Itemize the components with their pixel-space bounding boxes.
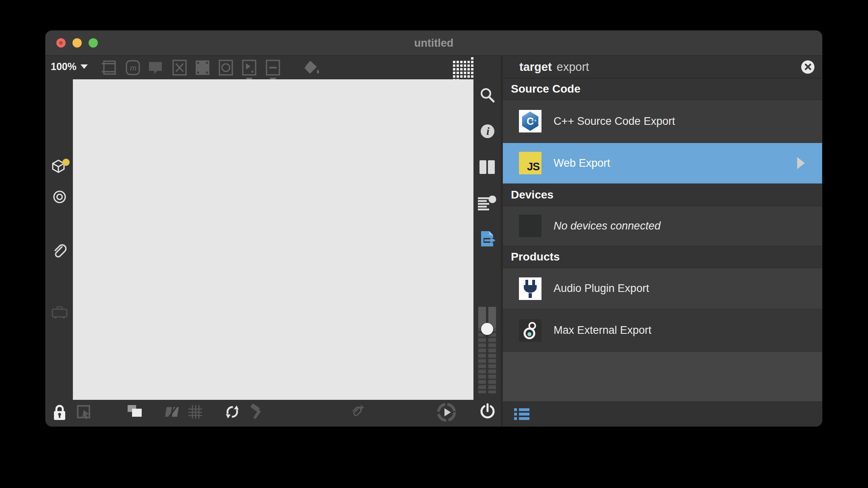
number-box-icon[interactable]	[264, 58, 282, 77]
search-icon[interactable]	[479, 87, 496, 104]
max-external-icon	[519, 319, 541, 342]
comment-icon[interactable]	[146, 58, 165, 77]
device-placeholder-icon	[519, 215, 541, 237]
toggle-icon[interactable]	[170, 58, 189, 77]
button-icon[interactable]	[217, 58, 235, 77]
close-panel-button[interactable]	[801, 60, 814, 74]
object-browser-cube-icon[interactable]	[51, 159, 70, 176]
list-item-no-devices: No devices connected	[503, 206, 822, 246]
export-sidebar-panel: target export Source Code C ++ C++ Sourc…	[503, 56, 822, 426]
amp-case-icon[interactable]	[51, 306, 68, 320]
run-play-icon[interactable]	[436, 402, 457, 423]
hammer-icon[interactable]	[248, 403, 265, 421]
disclosure-arrow-icon[interactable]	[797, 157, 805, 169]
lock-icon[interactable]	[53, 403, 66, 421]
split-view-icon[interactable]	[479, 160, 496, 175]
power-audio-icon[interactable]	[479, 403, 496, 421]
list-item-label: Audio Plugin Export	[554, 282, 649, 295]
list-item-web-export[interactable]: JS Web Export	[503, 143, 822, 184]
section-header-devices: Devices	[503, 184, 822, 206]
patcher-canvas[interactable]	[73, 79, 473, 400]
gain-meter-slider[interactable]	[478, 307, 496, 393]
object-box-icon[interactable]	[100, 58, 119, 77]
section-header-label: Source Code	[511, 83, 581, 95]
message-box-icon[interactable]: m	[124, 58, 142, 77]
svg-text:i: i	[486, 125, 490, 137]
reload-icon[interactable]	[224, 403, 241, 421]
panel-icon[interactable]	[193, 58, 212, 77]
panel-bottom-bar	[503, 401, 822, 426]
list-item-cpp-export[interactable]: C ++ C++ Source Code Export	[503, 100, 822, 143]
list-item-label: Max External Export	[554, 324, 651, 337]
snippets-ring-icon[interactable]	[52, 190, 67, 204]
list-item-audio-plugin-export[interactable]: Audio Plugin Export	[503, 268, 822, 309]
object-palette-grid-icon[interactable]	[453, 57, 473, 82]
list-item-label: No devices connected	[554, 220, 661, 232]
search-term-target: target	[519, 60, 552, 74]
info-icon[interactable]: i	[479, 123, 496, 139]
list-item-max-external-export[interactable]: Max External Export	[503, 309, 822, 352]
section-header-products: Products	[503, 246, 822, 268]
gain-knob[interactable]	[481, 323, 493, 335]
notification-dot	[62, 159, 70, 166]
bring-to-front-icon[interactable]	[127, 404, 144, 420]
export-panel-icon[interactable]	[479, 230, 497, 248]
cpp-logo-icon: C ++	[519, 110, 541, 132]
badge-dot	[489, 196, 496, 203]
attach-file-plus-icon[interactable]	[349, 403, 367, 421]
js-logo-icon: JS	[519, 152, 541, 174]
titlebar: untitled	[45, 31, 822, 56]
section-header-label: Products	[511, 250, 560, 263]
zoom-level-dropdown[interactable]: 100%	[51, 61, 88, 72]
chevron-down-icon	[81, 64, 88, 69]
audio-plugin-icon	[519, 277, 541, 300]
attachments-paperclip-icon[interactable]	[52, 244, 68, 261]
svg-text:m: m	[130, 64, 136, 72]
list-item-label: C++ Source Code Export	[554, 115, 675, 128]
zoom-level-value: 100%	[51, 61, 76, 72]
close-icon	[804, 63, 812, 70]
list-item-label: Web Export	[554, 157, 610, 170]
section-header-source-code: Source Code	[503, 79, 822, 100]
list-empty-area	[503, 352, 822, 401]
select-tool-icon[interactable]	[76, 404, 94, 422]
distribute-slash-icon[interactable]	[163, 404, 182, 420]
console-list-icon[interactable]	[478, 196, 497, 212]
list-view-icon[interactable]	[514, 407, 530, 421]
section-header-label: Devices	[511, 188, 554, 201]
playbar-icon[interactable]	[240, 58, 258, 77]
patcher-window: untitled 100% m	[45, 31, 822, 426]
window-title: untitled	[45, 37, 822, 50]
grid-icon[interactable]	[188, 404, 204, 420]
search-term-export: export	[557, 60, 589, 74]
panel-search-header[interactable]: target export	[503, 56, 822, 79]
paint-bucket-icon[interactable]	[300, 58, 321, 78]
